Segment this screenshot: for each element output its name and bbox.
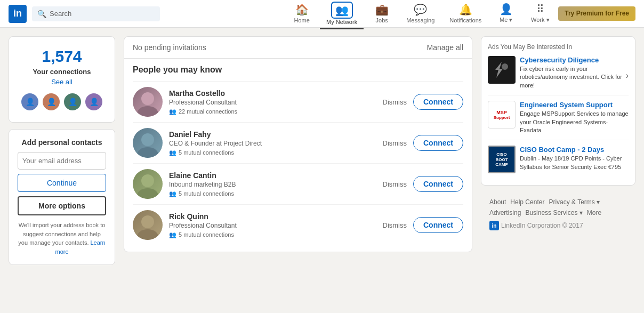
mutual-icon: 👥 bbox=[169, 190, 176, 197]
ad-logo: MSP Support bbox=[488, 101, 516, 129]
linkedin-small-logo: in bbox=[489, 221, 499, 230]
search-placeholder: Search bbox=[50, 10, 71, 18]
nav-messaging[interactable]: 💬 Messaging bbox=[400, 0, 441, 28]
person-avatar bbox=[133, 128, 163, 158]
work-icon: ⠿ bbox=[536, 3, 544, 15]
svg-point-4 bbox=[141, 174, 154, 187]
nav-home-label: Home bbox=[294, 17, 309, 23]
premium-button[interactable]: Try Premium for Free bbox=[558, 6, 635, 21]
connect-button[interactable]: Connect bbox=[413, 135, 463, 151]
connect-button[interactable]: Connect bbox=[413, 176, 463, 192]
nav-notifications-label: Notifications bbox=[449, 17, 481, 23]
ad-item: MSP Support Engineered System Support En… bbox=[488, 101, 629, 140]
ad-desc: Fix cyber risk early in your robotics/au… bbox=[520, 65, 629, 90]
see-all-link[interactable]: See all bbox=[18, 78, 106, 86]
svg-point-5 bbox=[137, 188, 158, 199]
ad-content: CISO Boot Camp - 2 Days Dublin - May 18/… bbox=[520, 146, 629, 173]
linkedin-footer: in LinkedIn Corporation © 2017 bbox=[489, 221, 627, 230]
person-mutual: 👥 5 mutual connections bbox=[169, 149, 376, 156]
add-contacts-card: Add personal contacts Continue More opti… bbox=[9, 129, 115, 265]
search-icon: 🔍 bbox=[37, 10, 46, 18]
connect-button[interactable]: Connect bbox=[413, 217, 463, 233]
nav-notifications[interactable]: 🔔 Notifications bbox=[443, 0, 488, 28]
svg-point-2 bbox=[141, 133, 154, 146]
dismiss-button[interactable]: Dismiss bbox=[383, 221, 407, 229]
continue-button[interactable]: Continue bbox=[18, 174, 106, 192]
person-name: Martha Costello bbox=[169, 89, 376, 98]
more-link[interactable]: More bbox=[587, 209, 601, 216]
advertising-link[interactable]: Advertising bbox=[489, 209, 521, 216]
left-column: 1,574 Your connections See all 👤 👤 👤 👤 A… bbox=[9, 36, 115, 265]
business-services-link[interactable]: Business Services ▾ bbox=[525, 209, 582, 216]
person-info: Martha Costello Professional Consultant … bbox=[169, 89, 376, 115]
dismiss-button[interactable]: Dismiss bbox=[383, 139, 407, 147]
person-job-title: Professional Consultant bbox=[169, 222, 376, 229]
nav-work-label: Work ▾ bbox=[531, 17, 550, 23]
ad-item: Cybersecurity Diligence Fix cyber risk e… bbox=[488, 56, 629, 95]
email-input[interactable] bbox=[18, 152, 106, 170]
svg-point-3 bbox=[137, 147, 158, 158]
person-avatar bbox=[133, 87, 163, 117]
bell-icon: 🔔 bbox=[459, 3, 472, 16]
ads-card: Ads You May Be Interested In Cybersecuri… bbox=[481, 36, 635, 186]
linkedin-logo[interactable]: in bbox=[9, 5, 27, 23]
nav-jobs[interactable]: 💼 Jobs bbox=[366, 0, 398, 28]
more-options-button[interactable]: More options bbox=[18, 196, 106, 215]
mutual-icon: 👥 bbox=[169, 108, 176, 115]
ads-title: Ads You May Be Interested In bbox=[488, 43, 629, 51]
dismiss-button[interactable]: Dismiss bbox=[383, 180, 407, 188]
svg-point-8 bbox=[502, 63, 508, 70]
person-actions: Dismiss Connect bbox=[383, 135, 464, 151]
person-row: Rick Quinn Professional Consultant 👥 5 m… bbox=[133, 204, 463, 245]
nav-me[interactable]: 👤 Me ▾ bbox=[490, 0, 522, 28]
contacts-note: We'll import your address book to sugges… bbox=[18, 221, 106, 256]
search-bar[interactable]: 🔍 Search bbox=[32, 6, 160, 21]
mutual-icon: 👥 bbox=[169, 231, 176, 238]
connections-count: 1,574 bbox=[18, 47, 106, 66]
person-info: Elaine Cantin Inbound marketing B2B 👥 5 … bbox=[169, 171, 376, 197]
right-column: Ads You May Be Interested In Cybersecuri… bbox=[481, 36, 635, 265]
connect-button[interactable]: Connect bbox=[413, 94, 463, 110]
pending-bar: No pending invitations Manage all bbox=[124, 37, 472, 59]
person-name: Rick Quinn bbox=[169, 212, 376, 221]
pending-text: No pending invitations bbox=[133, 43, 206, 52]
nav-work[interactable]: ⠿ Work ▾ bbox=[524, 0, 556, 28]
svg-point-6 bbox=[141, 215, 154, 228]
dismiss-button[interactable]: Dismiss bbox=[383, 98, 407, 106]
ad-title[interactable]: Cybersecurity Diligence bbox=[520, 56, 629, 64]
chevron-right-icon[interactable]: › bbox=[626, 71, 629, 81]
avatar-row: 👤 👤 👤 👤 bbox=[18, 92, 106, 111]
copyright: LinkedIn Corporation © 2017 bbox=[501, 222, 583, 229]
mutual-icon: 👥 bbox=[169, 149, 176, 156]
person-actions: Dismiss Connect bbox=[383, 176, 464, 192]
avatar: 👤 bbox=[42, 92, 61, 111]
ad-logo: CISOBOOTCAMP bbox=[488, 146, 516, 173]
person-name: Elaine Cantin bbox=[169, 171, 376, 180]
person-avatar bbox=[133, 210, 163, 240]
ad-title[interactable]: CISO Boot Camp - 2 Days bbox=[520, 146, 629, 154]
nav-items: 🏠 Home 👥 My Network 💼 Jobs 💬 Messaging 🔔… bbox=[286, 0, 635, 29]
about-link[interactable]: About bbox=[489, 198, 506, 206]
svg-point-0 bbox=[141, 92, 154, 105]
help-center-link[interactable]: Help Center bbox=[510, 198, 544, 206]
footer-row-2: Advertising Business Services ▾ More bbox=[489, 209, 627, 216]
nav-home[interactable]: 🏠 Home bbox=[286, 0, 318, 28]
ad-title[interactable]: Engineered System Support bbox=[520, 101, 629, 109]
avatar: 👤 bbox=[63, 92, 82, 111]
ad-desc: Engage MSPSupport Services to manage you… bbox=[520, 110, 629, 134]
avatar: 👤 bbox=[20, 92, 39, 111]
connections-label: Your connections bbox=[18, 68, 106, 76]
network-icon: 👥 bbox=[335, 4, 349, 16]
person-info: Daniel Fahy CEO & Founder at Project Dir… bbox=[169, 130, 376, 156]
footer-row-1: About Help Center Privacy & Terms ▾ bbox=[489, 198, 627, 206]
navbar: in 🔍 Search 🏠 Home 👥 My Network 💼 Jobs 💬… bbox=[0, 0, 644, 28]
jobs-icon: 💼 bbox=[375, 3, 389, 16]
person-mutual: 👥 22 mutual connections bbox=[169, 108, 376, 115]
svg-point-7 bbox=[137, 229, 158, 240]
manage-all-link[interactable]: Manage all bbox=[427, 43, 464, 52]
privacy-terms-link[interactable]: Privacy & Terms ▾ bbox=[549, 198, 600, 206]
nav-network[interactable]: 👥 My Network bbox=[320, 0, 364, 29]
ad-item: CISOBOOTCAMP CISO Boot Camp - 2 Days Dub… bbox=[488, 146, 629, 179]
home-icon: 🏠 bbox=[295, 3, 309, 16]
ad-content: Cybersecurity Diligence Fix cyber risk e… bbox=[520, 56, 629, 90]
